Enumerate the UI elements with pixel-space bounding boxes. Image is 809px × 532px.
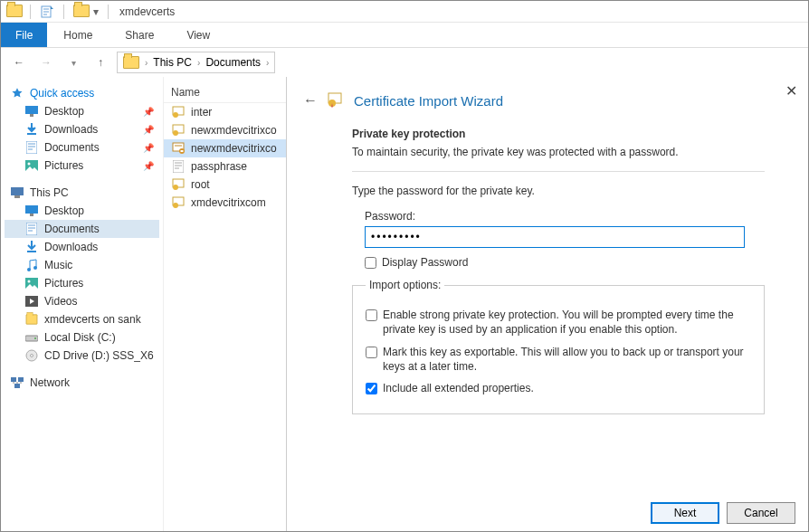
up-button[interactable]: ↑: [90, 52, 111, 73]
file-item[interactable]: newxmdevcitrixco: [164, 139, 286, 157]
quick-access-toolbar: ▾: [6, 5, 112, 19]
quick-access-node[interactable]: Quick access: [5, 84, 159, 102]
tree-item-local-disk[interactable]: Local Disk (C:): [5, 328, 159, 347]
share-tab[interactable]: Share: [109, 23, 170, 47]
folder-icon: [24, 314, 39, 325]
svg-rect-23: [18, 377, 24, 382]
password-field[interactable]: [365, 226, 745, 248]
breadcrumb-item[interactable]: This PC: [153, 56, 192, 69]
file-item[interactable]: xmdevcitrixcom: [164, 194, 286, 212]
svg-point-19: [34, 337, 36, 339]
tree-item-pictures[interactable]: Pictures: [5, 274, 159, 292]
file-tab[interactable]: File: [1, 23, 47, 47]
file-tab-label: File: [15, 29, 33, 42]
tree-item-label: Documents: [44, 141, 100, 154]
this-pc-node[interactable]: This PC: [5, 184, 159, 202]
star-icon: [10, 88, 24, 99]
qat-separator: [108, 5, 109, 19]
exportable-checkbox[interactable]: [366, 347, 377, 358]
tree-item-downloads[interactable]: Downloads: [5, 238, 159, 256]
chevron-right-icon[interactable]: ›: [145, 58, 148, 68]
file-item[interactable]: newxmdevcitrixco: [164, 121, 286, 139]
quick-access-label: Quick access: [30, 87, 94, 100]
display-password-label: Display Password: [382, 255, 765, 270]
chevron-right-icon[interactable]: ›: [197, 58, 200, 68]
file-item[interactable]: root: [164, 176, 286, 194]
tree-item-label: Music: [44, 259, 72, 271]
strong-protection-label: Enable strong private key protection. Yo…: [383, 308, 751, 337]
pictures-icon: [24, 160, 39, 171]
close-button[interactable]: ✕: [785, 82, 797, 100]
file-list[interactable]: Name inter newxmdevcitrixco newxmdevcitr…: [164, 77, 286, 532]
wizard-footer: Next Cancel: [651, 502, 795, 524]
section-text: To maintain security, the private key wa…: [352, 146, 765, 158]
tree-item-label: Pictures: [44, 159, 83, 172]
file-item-label: newxmdevcitrixco: [191, 142, 277, 155]
breadcrumb[interactable]: › This PC › Documents ›: [117, 52, 275, 73]
tree-item-label: CD Drive (D:) SSS_X6: [44, 349, 154, 362]
column-header-label: Name: [171, 86, 200, 99]
next-button[interactable]: Next: [651, 502, 719, 524]
view-tab[interactable]: View: [170, 23, 226, 47]
svg-point-21: [31, 355, 33, 357]
tree-item-label: Pictures: [44, 277, 83, 290]
address-bar: ← → ▾ ↑ › This PC › Documents ›: [1, 48, 808, 77]
downloads-icon: [24, 124, 39, 135]
back-button[interactable]: ←: [303, 92, 318, 109]
certificate-icon: [171, 178, 186, 191]
cancel-button[interactable]: Cancel: [727, 502, 795, 524]
import-options-group: Import options: Enable strong private ke…: [352, 279, 765, 414]
tree-item-music[interactable]: Music: [5, 256, 159, 274]
window-titlebar: ▾ xmdevcerts: [1, 1, 808, 23]
tree-item-desktop[interactable]: Desktop: [5, 202, 159, 220]
tree-item-network-folder[interactable]: xmdevcerts on sank: [5, 310, 159, 328]
properties-icon[interactable]: [40, 5, 54, 19]
recent-locations-button[interactable]: ▾: [62, 52, 84, 73]
tree-item-documents[interactable]: Documents: [5, 220, 159, 238]
tree-item-documents[interactable]: Documents 📌: [5, 138, 159, 157]
svg-point-36: [173, 203, 178, 208]
documents-icon: [24, 223, 39, 234]
extended-properties-checkbox[interactable]: [366, 383, 377, 394]
tree-item-label: Videos: [44, 295, 77, 308]
svg-rect-4: [26, 141, 37, 154]
svg-rect-9: [25, 205, 38, 214]
qat-separator: [63, 5, 64, 19]
home-tab[interactable]: Home: [47, 23, 109, 47]
extended-properties-label: Include all extended properties.: [383, 381, 751, 395]
tree-item-cd-drive[interactable]: CD Drive (D:) SSS_X6: [5, 347, 159, 365]
tree-item-videos[interactable]: Videos: [5, 292, 159, 310]
svg-rect-12: [27, 251, 36, 252]
wizard-body: Private key protection To maintain secur…: [287, 119, 808, 414]
svg-rect-10: [30, 214, 33, 216]
file-item[interactable]: inter: [164, 103, 286, 121]
network-node[interactable]: Network: [5, 374, 159, 392]
tree-item-pictures[interactable]: Pictures 📌: [5, 157, 159, 175]
drive-icon: [24, 332, 39, 343]
qat-separator: [30, 5, 31, 19]
folder-icon[interactable]: [73, 5, 88, 19]
view-tab-label: View: [186, 29, 210, 42]
svg-rect-24: [14, 384, 20, 388]
password-label: Password:: [365, 210, 765, 223]
display-password-checkbox[interactable]: [365, 257, 376, 269]
tree-item-downloads[interactable]: Downloads 📌: [5, 120, 159, 138]
music-icon: [24, 260, 39, 271]
tree-item-desktop[interactable]: Desktop 📌: [5, 102, 159, 120]
computer-icon: [10, 187, 24, 198]
breadcrumb-item[interactable]: Documents: [205, 56, 261, 69]
strong-protection-checkbox[interactable]: [366, 309, 377, 321]
cd-icon: [24, 350, 39, 361]
tree-item-label: Downloads: [44, 241, 98, 253]
pictures-icon: [24, 278, 39, 289]
file-item[interactable]: passphrase: [164, 157, 286, 176]
chevron-right-icon[interactable]: ›: [266, 58, 269, 68]
tree-item-label: Desktop: [44, 204, 84, 217]
column-header-name[interactable]: Name: [164, 82, 286, 103]
qat-overflow-icon[interactable]: ▾: [93, 5, 99, 18]
navigation-tree[interactable]: Quick access Desktop 📌 Downloads 📌 Docum…: [1, 77, 164, 532]
downloads-icon: [24, 242, 39, 252]
wizard-title: Certificate Import Wizard: [354, 93, 503, 109]
back-button[interactable]: ←: [8, 52, 30, 73]
main-content: Quick access Desktop 📌 Downloads 📌 Docum…: [1, 77, 808, 532]
